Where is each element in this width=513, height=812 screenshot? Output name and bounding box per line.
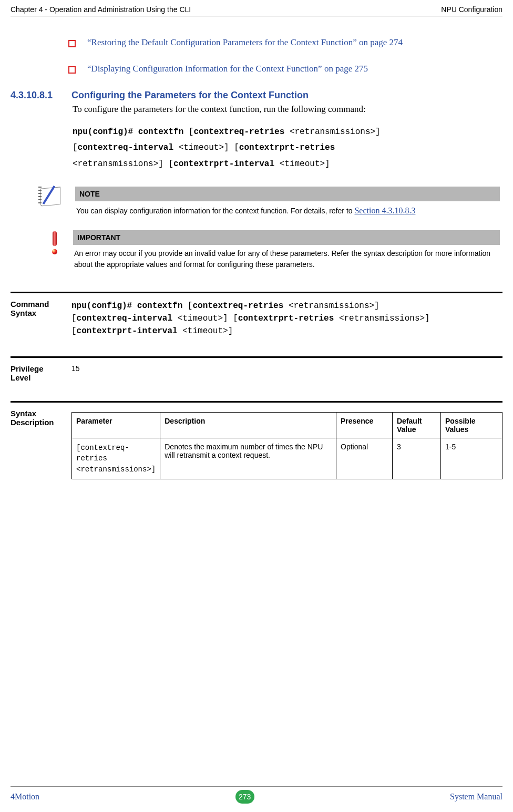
command-snippet: npu(config)# contextfn [contextreq-retri… [73,124,500,172]
note-callout: NOTE You can display configuration infor… [73,187,500,220]
square-bullet-icon [68,66,76,74]
privilege-level-label: Privilege Level [11,364,63,382]
header-right: NPU Configuration [441,5,502,14]
cmd-text: <retransmissions>] [290,127,381,137]
col-possible-values: Possible Values [441,412,502,438]
col-default-value: Default Value [393,412,441,438]
footer-left: 4Motion [11,792,39,801]
col-presence: Presence [336,412,393,438]
page-footer: 4Motion 273 System Manual [11,786,502,804]
cell-presence: Optional [336,438,393,479]
page-number: 273 [235,790,254,804]
link-list: “Restoring the Default Configuration Par… [68,37,502,74]
cmd-text: contextrprt-interval [77,326,183,336]
command-syntax-value: npu(config)# contextfn [contextreq-retri… [71,300,502,337]
section-number: 4.3.10.8.1 [11,90,63,101]
table-row: [contextreq-retries <retransmissions>] D… [72,438,502,479]
cmd-text: [ [73,143,78,152]
cell-default: 3 [393,438,441,479]
privilege-level-value: 15 [71,364,502,382]
cmd-text: contextreq-interval [78,143,179,152]
section-intro: To configure the parameters for the cont… [73,104,500,115]
table-header-row: Parameter Description Presence Default V… [72,412,502,438]
note-icon [38,187,63,208]
col-description: Description [160,412,336,438]
note-title: NOTE [75,187,500,201]
cmd-text: <retransmissions>] [339,314,430,323]
list-item: “Displaying Configuration Information fo… [68,64,502,74]
xref-link[interactable]: “Restoring the Default Configuration Par… [87,37,403,48]
cmd-text: contextreq-retries [193,127,289,137]
cell-description: Denotes the maximum number of times the … [160,438,336,479]
cmd-text: contextreq-retries [192,301,288,311]
important-body: An error may occur if you provide an inv… [73,247,500,273]
cmd-text: contextrprt-retries [239,143,335,152]
command-syntax-label: Command Syntax [11,300,63,337]
cmd-text: <retransmissions>] [ [73,159,173,169]
cmd-text: <timeout>] [ [179,143,239,152]
cmd-text: npu(config)# contextfn [73,127,189,137]
note-text: You can display configuration informatio… [76,207,354,215]
syntax-table: Parameter Description Presence Default V… [71,412,502,479]
cmd-text: <retransmissions>] [289,301,379,311]
cmd-text: contextrprt-interval [173,159,280,169]
cmd-text: <timeout>] [ [178,314,238,323]
important-title: IMPORTANT [73,230,500,245]
note-body: You can display configuration informatio… [75,203,500,220]
header-left: Chapter 4 - Operation and Administration… [11,5,191,14]
section-heading: 4.3.10.8.1 Configuring the Parameters fo… [11,90,502,101]
section-title: Configuring the Parameters for the Conte… [71,90,309,101]
cmd-text: npu(config)# contextfn [71,301,188,311]
cmd-text: [ [189,127,194,137]
cmd-text: [ [71,326,77,336]
cmd-text: contextreq-interval [77,314,178,323]
col-parameter: Parameter [72,412,160,438]
cmd-text: [ [71,314,77,323]
cell-parameter: [contextreq-retries <retransmissions>] [72,438,160,479]
xref-link[interactable]: “Displaying Configuration Information fo… [87,64,368,74]
command-syntax-block: Command Syntax npu(config)# contextfn [c… [11,292,502,337]
cmd-text: contextrprt-retries [238,314,339,323]
note-xref-link[interactable]: Section 4.3.10.8.3 [354,206,415,215]
important-callout: IMPORTANT An error may occur if you prov… [73,230,500,273]
privilege-level-block: Privilege Level 15 [11,356,502,382]
cell-possible-values: 1-5 [441,438,502,479]
page-header: Chapter 4 - Operation and Administration… [11,5,502,16]
syntax-description-block: Syntax Description Parameter Description… [11,401,502,479]
square-bullet-icon [68,40,76,47]
cmd-text: <timeout>] [182,326,233,336]
cmd-text: <timeout>] [280,159,330,169]
list-item: “Restoring the Default Configuration Par… [68,37,502,48]
footer-right: System Manual [450,792,502,801]
cmd-text: [ [188,301,193,311]
important-icon [49,231,59,254]
syntax-description-label: Syntax Description [11,409,63,479]
